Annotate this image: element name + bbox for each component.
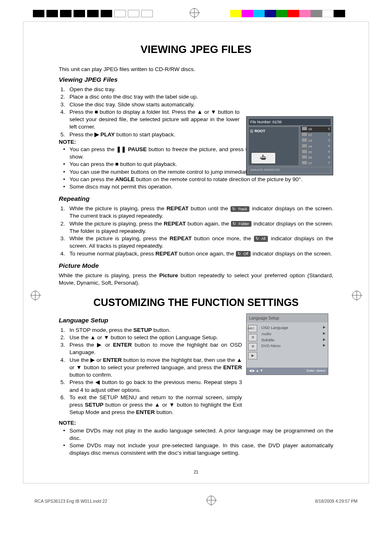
ship-illustration: ⛴ xyxy=(251,152,276,164)
setup-options-list: OSD Language▶ Audio▶ Subtitle▶ DVD Menu▶ xyxy=(259,322,328,368)
step-1: 1.Open the disc tray. xyxy=(59,86,333,93)
triangle-icon: ▶ xyxy=(323,331,325,337)
section-repeating: Repeating 1.While the picture is playing… xyxy=(59,195,333,257)
timestamp: 8/18/2009 4:29:57 PM xyxy=(315,498,357,504)
step-3: 3.Close the disc tray. Slide show starts… xyxy=(59,101,333,108)
repeat-step-4: 4.To resume normal playback, press REPEA… xyxy=(59,250,333,258)
page-frame: VIEWING JPEG FILES This unit can play JP… xyxy=(23,21,369,483)
crosshair-bottom-icon xyxy=(207,496,216,506)
section-title-customizing: CUSTOMIZING THE FUNCTION SETTINGS xyxy=(59,296,333,310)
opt-subtitle: Subtitle xyxy=(261,338,274,343)
gear-icon: ⚙ xyxy=(248,343,257,350)
section-picture-mode: Picture Mode While the picture is playin… xyxy=(59,262,333,287)
registration-marks-top xyxy=(0,0,392,21)
off-indicator-icon: Off xyxy=(236,251,251,257)
all-indicator-icon: All xyxy=(254,236,268,242)
triangle-icon: ▶ xyxy=(323,325,325,331)
track-indicator-icon: Track xyxy=(231,206,249,212)
file-list: 101 122 133 144 155 166 177 xyxy=(301,127,331,166)
file-row: 144 xyxy=(301,144,331,150)
note-bullet-5: •Some discs may not permit this operatio… xyxy=(59,183,333,191)
subhead-picture: Picture Mode xyxy=(59,262,333,270)
folder-indicator-icon: Folder xyxy=(231,221,251,227)
file-row: 155 xyxy=(301,150,331,155)
lang-step-6: 6.To exit the SETUP MENU and return to t… xyxy=(59,394,333,416)
opt-audio: Audio xyxy=(261,331,271,337)
preview-pane: ◎ ROOT ⛴ xyxy=(248,127,299,166)
image-info-bar: 634x476 2009/07/01 xyxy=(248,167,331,174)
file-row: 166 xyxy=(301,155,331,161)
page-title: VIEWING JPEG FILES xyxy=(59,42,333,57)
root-label: ROOT xyxy=(255,129,265,133)
setup-title: Language Setup xyxy=(247,314,328,323)
language-setup-screenshot: Language Setup ABC… ⚙ ⚙ ▶ OSD Language▶ … xyxy=(246,313,328,375)
abc-icon: ABC… xyxy=(248,325,257,332)
repeat-step-2: 2.While the picture is playing, press th… xyxy=(59,220,333,235)
note2-bullet-1: •Some DVDs may not play in the audio lan… xyxy=(59,427,333,442)
triangle-icon: ▶ xyxy=(323,343,325,349)
gear-icon: ⚙ xyxy=(248,334,257,341)
crosshair-icon xyxy=(190,8,199,20)
file-number-value: 01/36 xyxy=(272,120,282,124)
subhead-viewing: Viewing JPEG Files xyxy=(59,76,333,84)
subhead-repeating: Repeating xyxy=(59,195,333,203)
nav-arrows-icon: ◀ ▶ ▲ ▼ xyxy=(249,369,263,373)
crosshair-right-icon xyxy=(352,291,361,302)
color-registration-bars xyxy=(230,10,345,17)
file-row: 177 xyxy=(301,161,331,166)
section-language-setup: Language Setup Language Setup ABC… ⚙ ⚙ ▶… xyxy=(59,316,333,457)
step-2: 2.Place a disc onto the disc tray with t… xyxy=(59,93,333,101)
repeat-step-1: 1.While the picture is playing, press th… xyxy=(59,205,333,220)
page-content: VIEWING JPEG FILES This unit can play JP… xyxy=(23,23,369,483)
page-number: 21 xyxy=(59,469,333,475)
note2-bullet-2: •Some DVDs may not include your pre-sele… xyxy=(59,442,333,457)
repeat-step-3: 3.While the picture is playing, press th… xyxy=(59,235,333,250)
exit-icon: ▶ xyxy=(248,352,257,359)
file-number-bar: File Number: 01/36 xyxy=(248,118,331,126)
lang-step-5: 5.Press the ◀ button to go back to the p… xyxy=(59,379,333,393)
opt-dvdmenu: DVD Menu xyxy=(261,343,280,349)
file-number-label: File Number: xyxy=(250,120,272,124)
note-bullet-4: •You can press the ANGLE button on the r… xyxy=(59,176,333,183)
file-row: 122 xyxy=(301,132,331,138)
intro-text: This unit can play JPEG files written to… xyxy=(59,66,333,73)
section-viewing-jpeg: Viewing JPEG Files File Number: 01/36 ◎ … xyxy=(59,76,333,191)
document-footer: RCA SPS36123 Eng IB W011.indd 22 8/18/20… xyxy=(0,483,392,514)
disc-icon: ◎ xyxy=(250,129,254,133)
picture-mode-text: While the picture is playing, press the … xyxy=(59,272,333,287)
triangle-icon: ▶ xyxy=(323,338,325,343)
setup-footer: ◀ ▶ ▲ ▼ Enter: Select xyxy=(247,368,328,375)
indesign-filename: RCA SPS36123 Eng IB W011.indd 22 xyxy=(35,498,107,504)
file-row: 133 xyxy=(301,138,331,144)
setup-icon-column: ABC… ⚙ ⚙ ▶ xyxy=(247,322,259,368)
opt-osd: OSD Language xyxy=(261,325,288,331)
note-label-2: NOTE: xyxy=(59,419,333,427)
black-registration-bars xyxy=(33,10,153,17)
file-row: 101 xyxy=(301,127,331,132)
crosshair-left-icon xyxy=(31,291,40,302)
jpeg-browser-screenshot: File Number: 01/36 ◎ ROOT ⛴ 101 122 133 … xyxy=(246,116,333,175)
